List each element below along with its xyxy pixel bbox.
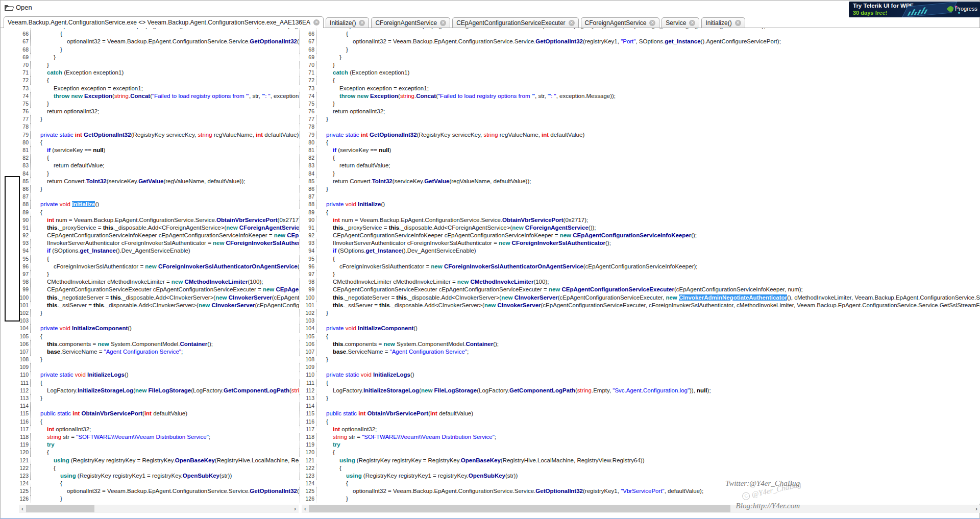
code-text: this._proxyService = this._disposable.Ad…	[31, 224, 299, 232]
code-text: LogFactory.InitializeStorageLog(new File…	[316, 387, 980, 394]
code-pane-right[interactable]: optionalInt32 = Veeam.Backup.EpAgent.Con…	[299, 28, 980, 504]
code-text	[316, 363, 980, 371]
code-text: this.components = new System.ComponentMo…	[316, 340, 980, 348]
code-text: {	[316, 418, 980, 426]
code-line: 91this._proxyService = this._disposable.…	[299, 224, 980, 232]
line-number: 67	[1, 38, 31, 45]
code-text: }	[316, 61, 980, 69]
tab[interactable]: CEpAgentConfigurationServiceExecuter✕	[452, 17, 578, 28]
line-number: 82	[1, 154, 31, 162]
line-number: 66	[1, 30, 31, 38]
scroll-left-icon[interactable]: ‹	[302, 505, 309, 513]
code-text: {	[31, 480, 299, 487]
open-button[interactable]: Open	[5, 4, 32, 11]
line-number: 122	[299, 464, 316, 472]
tab[interactable]: CForeignAgentService✕	[371, 17, 450, 28]
code-line: 105{	[1, 333, 299, 340]
code-text: }	[316, 495, 980, 503]
code-text: using (RegistryKey registryKey1 = regist…	[316, 472, 980, 480]
line-number: 79	[299, 131, 316, 139]
code-line: 101this._sslServer = this._disposable.Ad…	[299, 302, 980, 309]
code-text: {	[316, 139, 980, 146]
line-number: 71	[299, 69, 316, 77]
code-text: using (RegistryKey registryKey = Registr…	[31, 457, 299, 464]
tab[interactable]: Veeam.Backup.Agent.ConfigurationService.…	[4, 16, 324, 28]
code-line: 82{	[1, 154, 299, 162]
line-number: 103	[299, 317, 316, 325]
close-tab-icon[interactable]: ✕	[569, 20, 575, 26]
line-number: 107	[1, 348, 31, 356]
code-lines-right: optionalInt32 = Veeam.Backup.EpAgent.Con…	[299, 28, 980, 503]
close-tab-icon[interactable]: ✕	[359, 20, 365, 26]
code-text: }	[316, 394, 980, 402]
line-number: 104	[299, 325, 316, 332]
code-line: 88private void Initialize()	[299, 201, 980, 208]
code-text	[31, 123, 299, 131]
close-tab-icon[interactable]: ✕	[440, 20, 446, 26]
code-text	[31, 363, 299, 371]
line-number: 106	[299, 340, 316, 348]
code-line: 95{	[1, 255, 299, 263]
code-line: 123using (RegistryKey registryKey1 = reg…	[1, 472, 299, 480]
scroll-right-icon[interactable]: ›	[291, 505, 299, 513]
close-tab-icon[interactable]: ✕	[649, 20, 655, 26]
code-line: 89{	[299, 209, 980, 216]
code-text: optionalInt32 = Veeam.Backup.EpAgent.Con…	[31, 487, 299, 495]
code-text: private static void InitializeLogs()	[31, 371, 299, 379]
line-number: 100	[299, 294, 316, 302]
scroll-right-icon[interactable]: ›	[973, 505, 980, 513]
telerik-ad-banner[interactable]: Try Telerik UI for WPF. 30 days free! Pr…	[849, 2, 980, 17]
code-line: 70}	[1, 61, 299, 69]
code-line: 73Exception exception = exception1;	[299, 85, 980, 92]
code-line: 122{	[1, 464, 299, 472]
tab[interactable]: CForeignAgentService✕	[581, 17, 660, 28]
code-pane-left[interactable]: optionalInt32 = Veeam.Backup.EpAgent.Con…	[1, 28, 299, 504]
horizontal-scrollbar-right[interactable]: ‹ ›	[302, 505, 980, 513]
line-number: 98	[299, 278, 316, 286]
code-text: }	[31, 115, 299, 123]
code-text: private static int GetOptionalInt32(Regi…	[316, 131, 980, 139]
horizontal-scrollbar-left[interactable]: ‹ ›	[19, 505, 299, 513]
line-number: 73	[1, 85, 31, 92]
code-text: {	[31, 464, 299, 472]
tab-label: Service	[666, 19, 686, 27]
close-tab-icon[interactable]: ✕	[735, 20, 741, 26]
code-text: CEpAgentConfigurationServiceExecuter cEp…	[316, 286, 980, 293]
scrollbar-thumb[interactable]	[309, 505, 730, 512]
line-number: 94	[299, 247, 316, 255]
line-number: 83	[1, 162, 31, 169]
code-line: 92CEpAgentConfigurationServiceInfoKeeper…	[1, 232, 299, 239]
scrollbar-thumb[interactable]	[26, 505, 94, 512]
line-number: 89	[299, 209, 316, 216]
code-line: 115public static int ObtainVbrServicePor…	[299, 410, 980, 417]
line-number: 79	[1, 131, 31, 139]
close-tab-icon[interactable]: ✕	[313, 19, 320, 26]
line-number: 83	[299, 162, 316, 169]
code-text: base.ServiceName = "Agent Configuration …	[316, 348, 980, 356]
code-text: optionalInt32 = Veeam.Backup.EpAgent.Con…	[316, 487, 980, 495]
app-window: Open Veeam.Backup.Agent.ConfigurationSer…	[0, 0, 980, 519]
tab[interactable]: Initialize()✕	[701, 17, 745, 28]
line-number: 109	[1, 363, 31, 371]
code-text: {	[316, 154, 980, 162]
code-text: IInvokerServerAuthenticator cForeignInvo…	[31, 239, 299, 247]
tab[interactable]: Service✕	[662, 17, 699, 28]
code-line: 118string str = "SOFTWARE\\Veeam\\Veeam …	[1, 433, 299, 441]
code-line: 98CMethodInvokeLimiter cMethodInvokeLimi…	[299, 278, 980, 286]
close-tab-icon[interactable]: ✕	[689, 20, 695, 26]
line-number: 66	[299, 30, 316, 38]
code-line: 124{	[299, 480, 980, 487]
code-line: 75}	[299, 100, 980, 108]
line-number: 91	[299, 224, 316, 232]
code-line: 66{	[1, 30, 299, 38]
line-number: 69	[1, 54, 31, 61]
tab[interactable]: Initialize()✕	[326, 17, 369, 28]
code-text: throw new Exception(string.Concat("Faile…	[31, 92, 299, 100]
code-text: this._sslServer = this._disposable.Add<C…	[316, 302, 980, 309]
line-number: 121	[299, 457, 316, 464]
code-line: 68}	[1, 46, 299, 54]
scroll-left-icon[interactable]: ‹	[19, 505, 26, 513]
code-text: }	[31, 100, 299, 108]
code-line: 100this._negotiateServer = this._disposa…	[299, 294, 980, 302]
code-line: 80{	[1, 139, 299, 146]
